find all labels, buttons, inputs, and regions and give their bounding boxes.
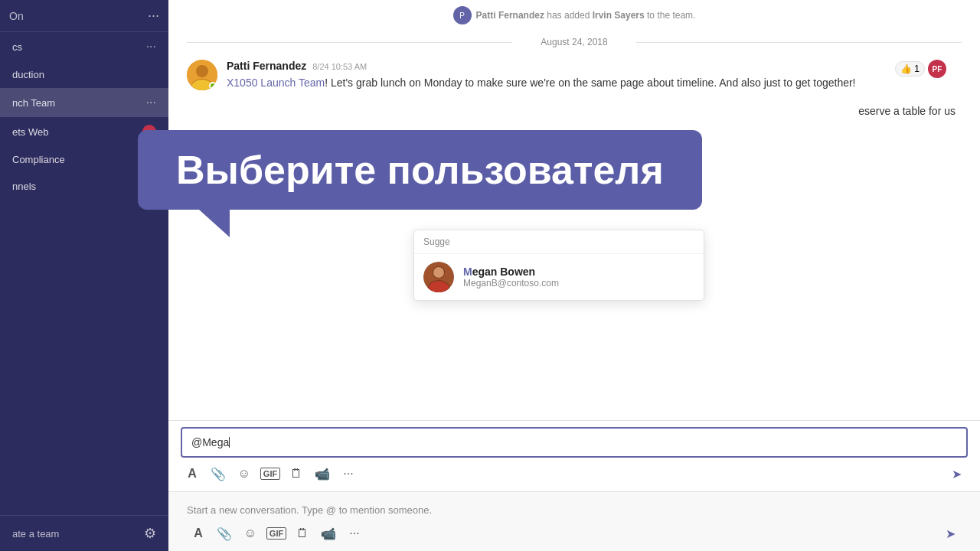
banner-box: Выберите пользователя: [138, 130, 702, 210]
more-icon-2: ···: [349, 527, 359, 540]
video-button-2[interactable]: 📹: [317, 522, 340, 545]
system-avatar: P: [453, 6, 472, 24]
sidebar-top-label: On: [9, 10, 24, 22]
sidebar-item-channels-label: nnels: [12, 181, 156, 192]
input-area: @Mega A 📎 ☺ GIF 🗒 📹 ···: [168, 420, 980, 491]
sticker-button-2[interactable]: 🗒: [291, 522, 314, 545]
suggestion-dropdown: Sugge Megan Bowen MeganB@contoso.com: [413, 230, 704, 301]
more-button[interactable]: ···: [337, 462, 360, 485]
message-text-body-1: ! Let's grab lunch on Monday to make sur…: [325, 77, 855, 89]
banner-overlay: Выберите пользователя: [138, 130, 702, 237]
message-row-2: eserve a table for us: [187, 103, 962, 119]
sidebar-cs-dots[interactable]: ···: [146, 40, 156, 54]
message-row-1: Patti Fernandez 8/24 10:53 AM X1050 Laun…: [187, 60, 962, 91]
svg-point-13: [433, 267, 444, 278]
gear-icon[interactable]: ⚙: [144, 525, 156, 542]
message-input-box[interactable]: @Mega: [181, 427, 968, 458]
suggestion-name-rest: egan Bowen: [472, 266, 535, 278]
sidebar-item-assets-web-label: ets Web: [12, 126, 142, 138]
sidebar-item-duction[interactable]: duction: [0, 61, 168, 88]
sticker-button[interactable]: 🗒: [285, 462, 308, 485]
emoji-icon: ☺: [238, 467, 250, 481]
sidebar-item-cs[interactable]: cs ···: [0, 32, 168, 61]
suggestion-header-text: Sugge: [423, 236, 450, 247]
suggestion-name: Megan Bowen: [463, 266, 559, 278]
attach-icon-2: 📎: [217, 527, 232, 541]
more-icon: ···: [343, 467, 353, 481]
cursor: [229, 437, 230, 448]
emoji-icon-2: ☺: [244, 527, 256, 540]
gif-button[interactable]: GIF: [259, 462, 282, 485]
reaction-avatar: PF: [928, 60, 946, 78]
sidebar-item-compliance-label: Compliance: [12, 154, 156, 165]
format-button-2[interactable]: A: [187, 522, 210, 545]
new-conversation-area: Start a new conversation. Type @ to ment…: [168, 491, 980, 551]
sidebar-top-dots[interactable]: ···: [148, 8, 159, 24]
video-icon-2: 📹: [321, 527, 336, 541]
sidebar: On ··· cs ··· duction nch Team ··· ets W…: [0, 0, 168, 551]
video-button[interactable]: 📹: [311, 462, 334, 485]
attach-icon: 📎: [211, 467, 226, 481]
sidebar-bottom: ate a team ⚙: [0, 515, 168, 551]
gif-button-2[interactable]: GIF: [265, 522, 288, 545]
format-icon: A: [188, 467, 197, 481]
send-icon-2: ➤: [946, 527, 956, 541]
like-reaction[interactable]: 👍 1: [895, 61, 925, 77]
banner-text: Выберите пользователя: [176, 148, 664, 192]
format-icon-2: A: [194, 527, 203, 540]
message-mention-1[interactable]: X1050 Launch Team: [227, 77, 325, 89]
message-time-1: 8/24 10:53 AM: [312, 62, 367, 71]
sticker-icon-2: 🗒: [296, 527, 309, 540]
more-button-2[interactable]: ···: [343, 522, 366, 545]
gif-icon-2: GIF: [266, 527, 286, 540]
sidebar-item-launch-team-label: nch Team: [12, 97, 146, 109]
sidebar-item-cs-label: cs: [12, 41, 146, 53]
send-button-2[interactable]: ➤: [939, 522, 962, 545]
suggestion-name-highlight: M: [463, 266, 472, 278]
main-content: P Patti Fernandez has added Irvin Sayers…: [168, 0, 980, 551]
new-conv-hint: Start a new conversation. Type @ to ment…: [187, 504, 962, 516]
create-team-label[interactable]: ate a team: [12, 528, 59, 540]
emoji-button[interactable]: ☺: [233, 462, 256, 485]
sidebar-launch-dots[interactable]: ···: [146, 96, 156, 109]
attach-button[interactable]: 📎: [207, 462, 230, 485]
toolbar2: A 📎 ☺ GIF 🗒 📹 ··· ➤: [187, 522, 962, 545]
message-text-1: X1050 Launch Team! Let's grab lunch on M…: [227, 75, 962, 91]
video-icon: 📹: [315, 467, 330, 481]
date-divider: August 24, 2018: [187, 37, 962, 47]
avatar-patti: [187, 60, 217, 90]
message-header-1: Patti Fernandez 8/24 10:53 AM: [227, 60, 962, 72]
suggestion-avatar-megan: [423, 262, 454, 292]
message-reactions-1: 👍 1 PF: [895, 60, 946, 78]
sidebar-top: On ···: [0, 0, 168, 32]
svg-point-1: [196, 65, 208, 77]
suggestion-item-megan[interactable]: Megan Bowen MeganB@contoso.com: [414, 254, 704, 300]
gif-icon: GIF: [260, 468, 280, 480]
message-body-1: Patti Fernandez 8/24 10:53 AM X1050 Laun…: [227, 60, 962, 91]
suggestion-email: MeganB@contoso.com: [463, 278, 559, 289]
date-divider-text: August 24, 2018: [541, 37, 607, 47]
online-indicator: [209, 82, 217, 90]
sidebar-item-launch-team[interactable]: nch Team ···: [0, 88, 168, 117]
toolbar: A 📎 ☺ GIF 🗒 📹 ··· ➤: [168, 458, 980, 491]
format-button[interactable]: A: [181, 462, 204, 485]
send-icon: ➤: [952, 467, 962, 481]
like-count: 1: [914, 64, 920, 74]
sidebar-item-duction-label: duction: [12, 69, 156, 80]
system-message-text: Patti Fernandez has added Irvin Sayers t…: [476, 10, 696, 21]
message-text-2: eserve a table for us: [858, 103, 956, 119]
suggestion-header: Sugge: [414, 230, 704, 254]
send-button[interactable]: ➤: [945, 462, 968, 485]
like-icon: 👍: [900, 64, 912, 74]
sticker-icon: 🗒: [290, 467, 302, 481]
message-text-body-2: eserve a table for us: [858, 105, 956, 117]
emoji-button-2[interactable]: ☺: [239, 522, 262, 545]
input-text: @Mega: [191, 436, 229, 448]
system-message: P Patti Fernandez has added Irvin Sayers…: [187, 6, 962, 24]
message-author-1: Patti Fernandez: [227, 60, 306, 72]
banner-arrow: [199, 210, 230, 237]
attach-button-2[interactable]: 📎: [213, 522, 236, 545]
suggestion-item-info: Megan Bowen MeganB@contoso.com: [463, 266, 559, 289]
